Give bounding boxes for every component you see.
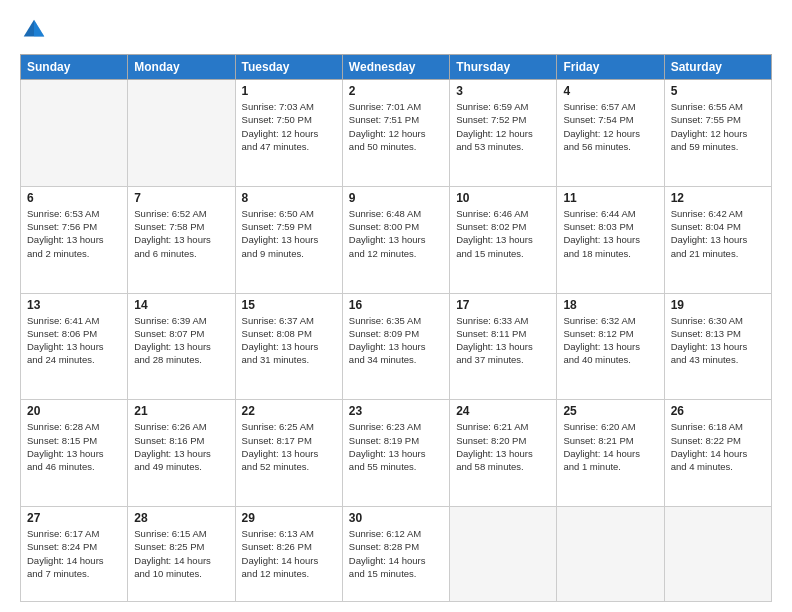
calendar-day-header: Tuesday [235, 55, 342, 80]
day-info: Sunrise: 6:32 AM Sunset: 8:12 PM Dayligh… [563, 314, 657, 367]
day-number: 30 [349, 511, 443, 525]
calendar-cell: 7Sunrise: 6:52 AM Sunset: 7:58 PM Daylig… [128, 186, 235, 293]
svg-marker-1 [34, 20, 44, 37]
day-number: 21 [134, 404, 228, 418]
calendar-cell: 19Sunrise: 6:30 AM Sunset: 8:13 PM Dayli… [664, 293, 771, 400]
day-number: 17 [456, 298, 550, 312]
calendar-cell: 21Sunrise: 6:26 AM Sunset: 8:16 PM Dayli… [128, 400, 235, 507]
page: SundayMondayTuesdayWednesdayThursdayFrid… [0, 0, 792, 612]
day-info: Sunrise: 6:52 AM Sunset: 7:58 PM Dayligh… [134, 207, 228, 260]
calendar-cell: 30Sunrise: 6:12 AM Sunset: 8:28 PM Dayli… [342, 507, 449, 602]
calendar-cell: 4Sunrise: 6:57 AM Sunset: 7:54 PM Daylig… [557, 80, 664, 187]
day-number: 5 [671, 84, 765, 98]
calendar-day-header: Thursday [450, 55, 557, 80]
calendar-cell: 3Sunrise: 6:59 AM Sunset: 7:52 PM Daylig… [450, 80, 557, 187]
calendar-cell: 13Sunrise: 6:41 AM Sunset: 8:06 PM Dayli… [21, 293, 128, 400]
day-info: Sunrise: 6:25 AM Sunset: 8:17 PM Dayligh… [242, 420, 336, 473]
day-number: 20 [27, 404, 121, 418]
calendar-cell: 28Sunrise: 6:15 AM Sunset: 8:25 PM Dayli… [128, 507, 235, 602]
day-number: 10 [456, 191, 550, 205]
calendar-cell: 2Sunrise: 7:01 AM Sunset: 7:51 PM Daylig… [342, 80, 449, 187]
calendar-week-row: 1Sunrise: 7:03 AM Sunset: 7:50 PM Daylig… [21, 80, 772, 187]
calendar-week-row: 20Sunrise: 6:28 AM Sunset: 8:15 PM Dayli… [21, 400, 772, 507]
day-number: 8 [242, 191, 336, 205]
day-number: 11 [563, 191, 657, 205]
day-info: Sunrise: 7:01 AM Sunset: 7:51 PM Dayligh… [349, 100, 443, 153]
day-info: Sunrise: 6:37 AM Sunset: 8:08 PM Dayligh… [242, 314, 336, 367]
calendar-cell: 8Sunrise: 6:50 AM Sunset: 7:59 PM Daylig… [235, 186, 342, 293]
day-info: Sunrise: 6:13 AM Sunset: 8:26 PM Dayligh… [242, 527, 336, 580]
calendar-cell [450, 507, 557, 602]
day-info: Sunrise: 6:15 AM Sunset: 8:25 PM Dayligh… [134, 527, 228, 580]
calendar-day-header: Friday [557, 55, 664, 80]
day-info: Sunrise: 6:23 AM Sunset: 8:19 PM Dayligh… [349, 420, 443, 473]
calendar-cell: 23Sunrise: 6:23 AM Sunset: 8:19 PM Dayli… [342, 400, 449, 507]
day-info: Sunrise: 6:41 AM Sunset: 8:06 PM Dayligh… [27, 314, 121, 367]
calendar-cell [128, 80, 235, 187]
day-number: 6 [27, 191, 121, 205]
day-info: Sunrise: 6:42 AM Sunset: 8:04 PM Dayligh… [671, 207, 765, 260]
calendar-day-header: Monday [128, 55, 235, 80]
logo-icon [20, 16, 48, 44]
header [20, 16, 772, 44]
calendar-cell: 18Sunrise: 6:32 AM Sunset: 8:12 PM Dayli… [557, 293, 664, 400]
calendar-cell: 1Sunrise: 7:03 AM Sunset: 7:50 PM Daylig… [235, 80, 342, 187]
calendar-cell: 25Sunrise: 6:20 AM Sunset: 8:21 PM Dayli… [557, 400, 664, 507]
day-info: Sunrise: 6:35 AM Sunset: 8:09 PM Dayligh… [349, 314, 443, 367]
calendar-cell: 14Sunrise: 6:39 AM Sunset: 8:07 PM Dayli… [128, 293, 235, 400]
calendar: SundayMondayTuesdayWednesdayThursdayFrid… [20, 54, 772, 602]
day-number: 3 [456, 84, 550, 98]
day-number: 28 [134, 511, 228, 525]
day-info: Sunrise: 7:03 AM Sunset: 7:50 PM Dayligh… [242, 100, 336, 153]
day-number: 25 [563, 404, 657, 418]
calendar-cell: 29Sunrise: 6:13 AM Sunset: 8:26 PM Dayli… [235, 507, 342, 602]
day-info: Sunrise: 6:17 AM Sunset: 8:24 PM Dayligh… [27, 527, 121, 580]
calendar-week-row: 27Sunrise: 6:17 AM Sunset: 8:24 PM Dayli… [21, 507, 772, 602]
day-info: Sunrise: 6:50 AM Sunset: 7:59 PM Dayligh… [242, 207, 336, 260]
calendar-cell: 15Sunrise: 6:37 AM Sunset: 8:08 PM Dayli… [235, 293, 342, 400]
calendar-cell: 26Sunrise: 6:18 AM Sunset: 8:22 PM Dayli… [664, 400, 771, 507]
day-info: Sunrise: 6:21 AM Sunset: 8:20 PM Dayligh… [456, 420, 550, 473]
day-info: Sunrise: 6:53 AM Sunset: 7:56 PM Dayligh… [27, 207, 121, 260]
day-number: 14 [134, 298, 228, 312]
day-number: 1 [242, 84, 336, 98]
day-number: 27 [27, 511, 121, 525]
calendar-cell: 6Sunrise: 6:53 AM Sunset: 7:56 PM Daylig… [21, 186, 128, 293]
day-info: Sunrise: 6:59 AM Sunset: 7:52 PM Dayligh… [456, 100, 550, 153]
calendar-cell: 5Sunrise: 6:55 AM Sunset: 7:55 PM Daylig… [664, 80, 771, 187]
calendar-cell: 27Sunrise: 6:17 AM Sunset: 8:24 PM Dayli… [21, 507, 128, 602]
calendar-cell: 24Sunrise: 6:21 AM Sunset: 8:20 PM Dayli… [450, 400, 557, 507]
calendar-cell: 20Sunrise: 6:28 AM Sunset: 8:15 PM Dayli… [21, 400, 128, 507]
day-info: Sunrise: 6:28 AM Sunset: 8:15 PM Dayligh… [27, 420, 121, 473]
calendar-week-row: 13Sunrise: 6:41 AM Sunset: 8:06 PM Dayli… [21, 293, 772, 400]
day-number: 19 [671, 298, 765, 312]
day-info: Sunrise: 6:18 AM Sunset: 8:22 PM Dayligh… [671, 420, 765, 473]
day-info: Sunrise: 6:48 AM Sunset: 8:00 PM Dayligh… [349, 207, 443, 260]
calendar-header-row: SundayMondayTuesdayWednesdayThursdayFrid… [21, 55, 772, 80]
calendar-day-header: Wednesday [342, 55, 449, 80]
calendar-cell: 11Sunrise: 6:44 AM Sunset: 8:03 PM Dayli… [557, 186, 664, 293]
day-info: Sunrise: 6:39 AM Sunset: 8:07 PM Dayligh… [134, 314, 228, 367]
logo [20, 16, 52, 44]
day-number: 13 [27, 298, 121, 312]
calendar-day-header: Sunday [21, 55, 128, 80]
day-number: 23 [349, 404, 443, 418]
day-info: Sunrise: 6:33 AM Sunset: 8:11 PM Dayligh… [456, 314, 550, 367]
day-number: 16 [349, 298, 443, 312]
day-info: Sunrise: 6:30 AM Sunset: 8:13 PM Dayligh… [671, 314, 765, 367]
day-info: Sunrise: 6:20 AM Sunset: 8:21 PM Dayligh… [563, 420, 657, 473]
calendar-day-header: Saturday [664, 55, 771, 80]
calendar-cell [664, 507, 771, 602]
calendar-cell: 12Sunrise: 6:42 AM Sunset: 8:04 PM Dayli… [664, 186, 771, 293]
day-number: 24 [456, 404, 550, 418]
day-number: 22 [242, 404, 336, 418]
calendar-cell: 10Sunrise: 6:46 AM Sunset: 8:02 PM Dayli… [450, 186, 557, 293]
day-number: 2 [349, 84, 443, 98]
day-info: Sunrise: 6:26 AM Sunset: 8:16 PM Dayligh… [134, 420, 228, 473]
day-number: 9 [349, 191, 443, 205]
day-number: 15 [242, 298, 336, 312]
day-number: 26 [671, 404, 765, 418]
day-info: Sunrise: 6:12 AM Sunset: 8:28 PM Dayligh… [349, 527, 443, 580]
calendar-cell: 16Sunrise: 6:35 AM Sunset: 8:09 PM Dayli… [342, 293, 449, 400]
calendar-cell: 9Sunrise: 6:48 AM Sunset: 8:00 PM Daylig… [342, 186, 449, 293]
